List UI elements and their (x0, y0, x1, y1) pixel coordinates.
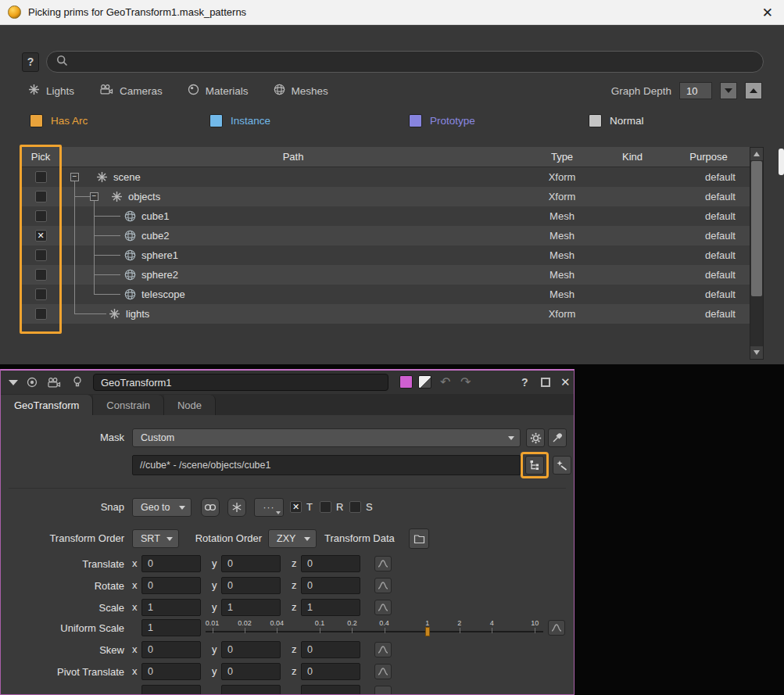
snap-freeze-button[interactable] (227, 498, 246, 517)
mask-eyedropper-button[interactable] (548, 428, 567, 447)
translate-animation-button[interactable] (374, 556, 392, 571)
rotate-animation-button[interactable] (374, 578, 392, 593)
scene-graph-picker-button[interactable] (525, 456, 544, 475)
graph-depth-increment-button[interactable] (745, 82, 762, 99)
pivot-translate-animation-button[interactable] (374, 664, 392, 679)
center-node-button[interactable] (23, 374, 41, 391)
snap-dropdown[interactable]: Geo to (132, 498, 192, 517)
scale-animation-button[interactable] (374, 600, 392, 615)
table-row-scene[interactable]: − scene Xform default (22, 167, 750, 187)
rotate-z-field[interactable] (301, 577, 360, 594)
dialog-close-button[interactable]: ✕ (762, 0, 773, 25)
translate-y-field[interactable] (221, 555, 281, 572)
mask-settings-button[interactable] (526, 428, 545, 447)
tab-geotransform[interactable]: GeoTransform (1, 395, 93, 415)
pick-from-viewer-button[interactable] (553, 456, 571, 475)
flipbook-button[interactable] (45, 374, 63, 391)
window-scrollbar-thumb[interactable] (779, 149, 784, 175)
panel-header: ↶ ↷ ? ✕ (1, 371, 574, 394)
transform-data-button[interactable] (409, 528, 429, 549)
filter-cameras[interactable]: Cameras (99, 84, 163, 97)
skew-y-field[interactable] (221, 641, 281, 658)
pivot-translate-z-field[interactable] (301, 663, 360, 680)
table-row-cube1[interactable]: cube1 Mesh default (22, 206, 750, 226)
uniform-scale-animation-button[interactable] (548, 620, 565, 636)
table-row-sphere2[interactable]: sphere2 Mesh default (22, 265, 750, 285)
transform-order-value: SRT (141, 533, 160, 544)
table-row-telescope[interactable]: telescope Mesh default (22, 285, 750, 304)
clipped-z-field[interactable] (301, 685, 360, 695)
node-name-field[interactable] (93, 374, 388, 391)
snap-s-checkbox[interactable] (349, 501, 361, 513)
search-box[interactable] (46, 51, 764, 73)
search-input[interactable] (74, 56, 754, 69)
table-row-lights[interactable]: lights Xform default (22, 304, 750, 324)
tab-constrain[interactable]: Constrain (93, 395, 164, 415)
pick-checkbox[interactable] (35, 288, 47, 300)
clipped-x-field[interactable] (141, 685, 201, 695)
float-panel-icon[interactable] (541, 378, 550, 387)
filter-materials[interactable]: Materials (188, 84, 249, 98)
tree-collapse-toggle[interactable]: − (90, 192, 98, 201)
scroll-up-button[interactable] (750, 148, 763, 160)
prim-name: sphere1 (141, 249, 178, 261)
meshes-icon (274, 84, 285, 98)
table-row-cube2[interactable]: ✕ cube2 Mesh default (22, 226, 750, 245)
pick-checkbox[interactable] (35, 171, 47, 183)
pivot-translate-x-field[interactable] (141, 663, 201, 680)
scale-z-field[interactable] (301, 599, 360, 616)
pick-checkbox[interactable] (35, 308, 47, 320)
gl-color-swatch[interactable] (418, 375, 431, 389)
mask-pattern-field[interactable] (132, 455, 521, 475)
mask-dropdown[interactable]: Custom (132, 428, 521, 447)
table-header: Pick Path Type Kind Purpose (22, 147, 750, 167)
skew-x-field[interactable] (141, 641, 201, 658)
uniform-scale-field[interactable] (141, 619, 201, 636)
graph-depth-value[interactable]: 10 (679, 82, 712, 99)
scroll-down-button[interactable] (750, 346, 763, 359)
panel-close-button[interactable]: ✕ (560, 374, 571, 391)
pick-checkbox[interactable] (35, 210, 47, 222)
rotation-order-dropdown[interactable]: ZXY (268, 529, 317, 548)
table-scrollbar[interactable] (750, 147, 764, 360)
tab-node[interactable]: Node (164, 395, 216, 415)
table-row-objects[interactable]: − objects Xform default (22, 187, 750, 206)
tree-collapse-toggle[interactable]: − (70, 173, 79, 181)
rotate-x-field[interactable] (141, 577, 201, 594)
pivot-translate-y-field[interactable] (221, 663, 281, 680)
pick-checkbox[interactable] (35, 269, 47, 281)
snap-r-checkbox[interactable] (320, 501, 331, 513)
translate-x-field[interactable] (141, 555, 201, 572)
prim-purpose: default (668, 230, 750, 242)
filter-lights[interactable]: Lights (28, 84, 74, 98)
skew-animation-button[interactable] (374, 642, 392, 657)
lighting-toggle-button[interactable] (68, 374, 87, 391)
snap-t-checkbox[interactable]: ✕ (290, 501, 302, 513)
pick-checkbox[interactable] (35, 191, 47, 202)
translate-z-field[interactable] (301, 555, 360, 572)
pick-checkbox[interactable] (35, 249, 47, 261)
node-color-swatch[interactable] (399, 375, 413, 389)
clipped-y-field[interactable] (221, 685, 281, 695)
panel-help-button[interactable]: ? (521, 374, 528, 391)
snap-match-button[interactable] (201, 498, 220, 517)
pick-checkbox-checked[interactable]: ✕ (35, 230, 47, 242)
help-button[interactable]: ? (22, 52, 39, 72)
clipped-animation-button[interactable] (374, 686, 392, 695)
transform-order-dropdown[interactable]: SRT (132, 529, 179, 548)
scrollbar-thumb[interactable] (751, 161, 762, 296)
scale-x-field[interactable] (141, 599, 201, 616)
has-arc-label: Has Arc (51, 115, 88, 127)
skew-z-field[interactable] (301, 641, 360, 658)
rotate-y-field[interactable] (221, 577, 281, 594)
scale-y-field[interactable] (221, 599, 281, 616)
collapse-caret-icon[interactable] (9, 380, 18, 385)
redo-button[interactable]: ↷ (460, 374, 471, 391)
table-row-sphere1[interactable]: sphere1 Mesh default (22, 245, 750, 265)
filter-meshes[interactable]: Meshes (274, 84, 328, 98)
undo-button[interactable]: ↶ (440, 374, 450, 391)
graph-depth-decrement-button[interactable] (720, 82, 737, 99)
snap-options-button[interactable]: ··· (254, 498, 284, 517)
uniform-scale-slider[interactable]: 0.01 0.02 0.04 0.1 0.2 0.4 1 2 4 10 (206, 618, 543, 639)
slider-handle[interactable] (425, 627, 430, 636)
